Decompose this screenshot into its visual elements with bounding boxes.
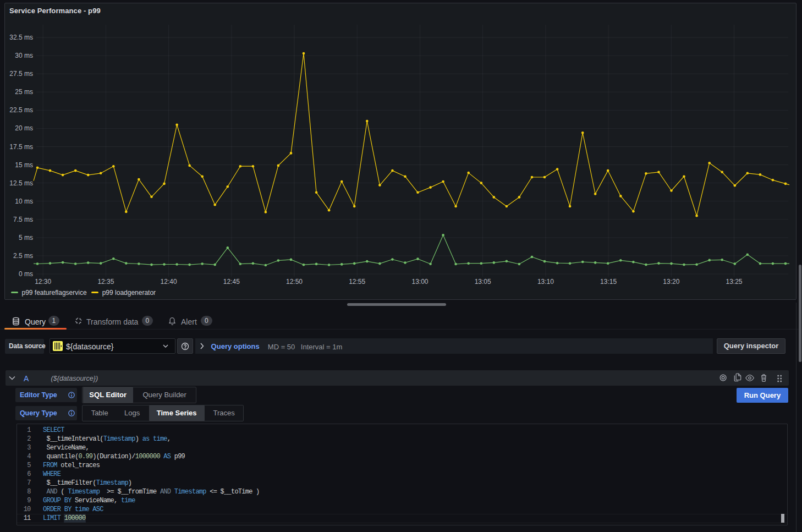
svg-text:12:35: 12:35 bbox=[97, 278, 114, 286]
svg-text:12:45: 12:45 bbox=[223, 278, 240, 286]
svg-text:13:25: 13:25 bbox=[726, 278, 742, 286]
svg-text:7.5 ms: 7.5 ms bbox=[13, 216, 33, 223]
svg-text:5 ms: 5 ms bbox=[19, 234, 33, 242]
svg-text:12.5 ms: 12.5 ms bbox=[9, 179, 33, 187]
svg-text:25 ms: 25 ms bbox=[15, 88, 33, 96]
svg-text:20 ms: 20 ms bbox=[15, 124, 33, 132]
svg-text:13:00: 13:00 bbox=[411, 278, 428, 286]
svg-text:13:10: 13:10 bbox=[537, 278, 554, 286]
svg-text:12:30: 12:30 bbox=[35, 278, 51, 286]
svg-text:12:40: 12:40 bbox=[161, 278, 177, 286]
svg-text:17.5 ms: 17.5 ms bbox=[9, 143, 33, 151]
svg-text:13:15: 13:15 bbox=[600, 278, 617, 286]
svg-text:12:55: 12:55 bbox=[349, 278, 365, 286]
svg-text:12:50: 12:50 bbox=[286, 278, 303, 286]
svg-text:30 ms: 30 ms bbox=[15, 52, 33, 59]
svg-text:15 ms: 15 ms bbox=[15, 161, 33, 169]
svg-text:27.5 ms: 27.5 ms bbox=[9, 70, 33, 78]
svg-text:2.5 ms: 2.5 ms bbox=[13, 252, 33, 260]
svg-text:32.5 ms: 32.5 ms bbox=[9, 34, 33, 41]
svg-text:22.5 ms: 22.5 ms bbox=[9, 106, 33, 114]
svg-text:0 ms: 0 ms bbox=[19, 270, 33, 278]
svg-text:10 ms: 10 ms bbox=[15, 198, 33, 205]
svg-text:13:05: 13:05 bbox=[475, 278, 491, 286]
svg-text:13:20: 13:20 bbox=[663, 278, 679, 286]
